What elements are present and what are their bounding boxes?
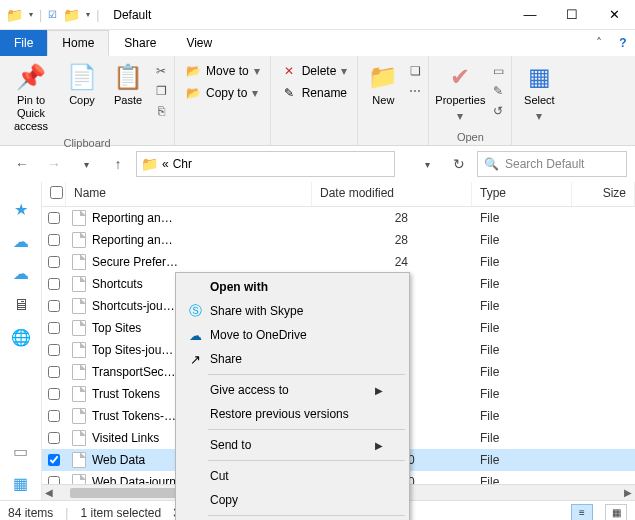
row-checkbox[interactable] xyxy=(48,322,60,334)
ctx-restore[interactable]: Restore previous versions xyxy=(178,402,407,426)
cut-mini-icon[interactable]: ✂ xyxy=(152,62,170,80)
row-checkbox[interactable] xyxy=(48,432,60,444)
file-type: File xyxy=(472,431,572,445)
ctx-skype[interactable]: ⓈShare with Skype xyxy=(178,299,407,323)
tab-home[interactable]: Home xyxy=(47,30,109,56)
apps-icon[interactable]: ▦ xyxy=(11,474,31,494)
open-mini-icon[interactable]: ▭ xyxy=(489,62,507,80)
row-checkbox[interactable] xyxy=(48,344,60,356)
newitem-mini-icon[interactable]: ❏ xyxy=(406,62,424,80)
delete-icon: ✕ xyxy=(281,64,297,78)
search-input[interactable]: 🔍 Search Default xyxy=(477,151,627,177)
status-selected: 1 item selected xyxy=(80,506,161,520)
file-date: xx-xx-xxxx xx:28 xyxy=(312,233,472,247)
file-name: Reporting an… xyxy=(92,233,173,247)
col-type-header[interactable]: Type xyxy=(472,182,572,206)
row-checkbox[interactable] xyxy=(48,410,60,422)
history-mini-icon[interactable]: ↺ xyxy=(489,102,507,120)
table-row[interactable]: Reporting an…xx-xx-xxxx xx:28File xyxy=(42,207,635,229)
paste-button[interactable]: 📋 Paste xyxy=(106,60,150,109)
help-icon[interactable]: ? xyxy=(611,30,635,56)
file-name: Trust Tokens xyxy=(92,387,160,401)
nav-pane[interactable]: ★ ☁ ☁ 🖥 🌐 ▭ ▦ xyxy=(0,182,42,500)
file-icon xyxy=(72,232,86,248)
ctx-giveaccess[interactable]: Give access to▶ xyxy=(178,378,407,402)
row-checkbox[interactable] xyxy=(48,234,60,246)
pasteshortcut-mini-icon[interactable]: ⎘ xyxy=(152,102,170,120)
file-icon xyxy=(72,386,86,402)
file-name: Trust Tokens-… xyxy=(92,409,176,423)
close-button[interactable]: ✕ xyxy=(593,0,635,30)
cloud-icon[interactable]: ☁ xyxy=(11,264,31,284)
tab-file[interactable]: File xyxy=(0,30,47,56)
copy-button[interactable]: 📄 Copy xyxy=(60,60,104,109)
file-type: File xyxy=(472,233,572,247)
copypath-mini-icon[interactable]: ❐ xyxy=(152,82,170,100)
copyto-button[interactable]: 📂Copy to▾ xyxy=(179,82,264,104)
rename-button[interactable]: ✎Rename xyxy=(275,82,353,104)
pin-icon: 📌 xyxy=(16,62,46,92)
col-size-header[interactable]: Size xyxy=(572,182,635,206)
star-icon[interactable]: ★ xyxy=(11,200,31,220)
properties-button[interactable]: ✔ Properties▾ xyxy=(433,60,487,126)
status-items: 84 items xyxy=(8,506,53,520)
easyaccess-mini-icon[interactable]: ⋯ xyxy=(406,82,424,100)
row-checkbox[interactable] xyxy=(48,366,60,378)
folder-icon: 📁 xyxy=(6,7,23,23)
tab-view[interactable]: View xyxy=(171,30,227,56)
file-type: File xyxy=(472,211,572,225)
file-name: Web Data xyxy=(92,453,145,467)
ctx-share[interactable]: ↗Share xyxy=(178,347,407,371)
network-icon[interactable]: 🌐 xyxy=(11,328,31,348)
back-button[interactable]: ← xyxy=(8,150,36,178)
maximize-button[interactable]: ☐ xyxy=(551,0,593,30)
disk-icon[interactable]: ▭ xyxy=(11,442,31,462)
crumb-dropdown-icon[interactable]: ▾ xyxy=(413,150,441,178)
tab-share[interactable]: Share xyxy=(109,30,171,56)
ctx-sendto[interactable]: Send to▶ xyxy=(178,433,407,457)
up-button[interactable]: ↑ xyxy=(104,150,132,178)
table-row[interactable]: Reporting an…xx-xx-xxxx xx:28File xyxy=(42,229,635,251)
select-button[interactable]: ▦ Select▾ xyxy=(516,60,562,126)
ribbon-collapse-icon[interactable]: ˄ xyxy=(587,30,611,56)
search-icon: 🔍 xyxy=(484,157,499,171)
row-checkbox[interactable] xyxy=(48,212,60,224)
qat-dropdown-icon[interactable]: ▾ xyxy=(86,10,90,19)
file-icon xyxy=(72,364,86,380)
view-details-button[interactable]: ≡ xyxy=(571,504,593,521)
row-checkbox[interactable] xyxy=(48,388,60,400)
file-icon xyxy=(72,298,86,314)
ctx-copy[interactable]: Copy xyxy=(178,488,407,512)
row-checkbox[interactable] xyxy=(48,300,60,312)
refresh-button[interactable]: ↻ xyxy=(445,150,473,178)
view-large-button[interactable]: ▦ xyxy=(605,504,627,521)
col-date-header[interactable]: Date modified xyxy=(312,182,472,206)
breadcrumb[interactable]: 📁 « Chr xyxy=(136,151,395,177)
moveto-button[interactable]: 📂Move to▾ xyxy=(179,60,266,82)
row-checkbox[interactable] xyxy=(48,278,60,290)
delete-button[interactable]: ✕Delete▾ xyxy=(275,60,354,82)
minimize-button[interactable]: — xyxy=(509,0,551,30)
ctx-onedrive[interactable]: ☁Move to OneDrive xyxy=(178,323,407,347)
row-checkbox[interactable] xyxy=(48,256,60,268)
col-name-header[interactable]: Name xyxy=(66,182,312,206)
ctx-cut[interactable]: Cut xyxy=(178,464,407,488)
edit-mini-icon[interactable]: ✎ xyxy=(489,82,507,100)
pc-icon[interactable]: 🖥 xyxy=(11,296,31,316)
new-button[interactable]: 📁 New xyxy=(362,60,404,109)
table-row[interactable]: Secure Prefer…xx-xx-xxxx xx:24File xyxy=(42,251,635,273)
cloud-icon[interactable]: ☁ xyxy=(11,232,31,252)
file-icon xyxy=(72,276,86,292)
file-icon xyxy=(72,408,86,424)
check-icon[interactable]: ☑ xyxy=(48,9,57,20)
qat-dropdown-icon[interactable]: ▾ xyxy=(29,10,33,19)
chevron-right-icon: ▶ xyxy=(375,385,383,396)
history-dropdown-icon[interactable]: ▾ xyxy=(72,150,100,178)
file-type: File xyxy=(472,277,572,291)
forward-button[interactable]: → xyxy=(40,150,68,178)
file-area: ★ ☁ ☁ 🖥 🌐 ▭ ▦ Name Date modified Type Si… xyxy=(0,182,635,500)
pin-button[interactable]: 📌 Pin to Quick access xyxy=(4,60,58,136)
selectall-checkbox[interactable] xyxy=(50,186,63,199)
ctx-openwith[interactable]: Open with xyxy=(178,275,407,299)
row-checkbox[interactable] xyxy=(48,454,60,466)
